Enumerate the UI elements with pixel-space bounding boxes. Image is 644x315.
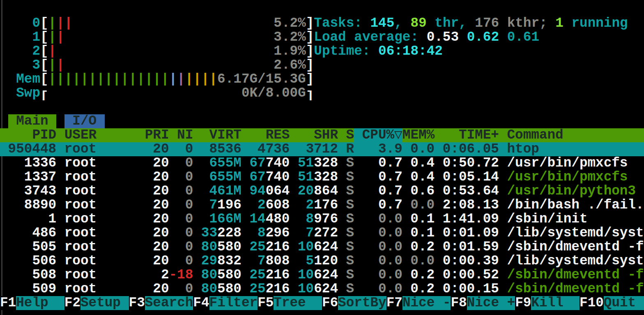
- process-row-509[interactable]: 509 root200805802521610624S0.00.20:00.15…: [0, 282, 644, 296]
- time-cell: 0:00.52: [435, 268, 499, 282]
- gap: [499, 198, 507, 212]
- virt-cell: 33228: [193, 226, 242, 240]
- virt-cell: 80580: [193, 268, 242, 282]
- fn-label-help[interactable]: Help: [16, 296, 64, 310]
- process-row-1[interactable]: 1 root200166M144808976S0.00.11:41.09 /sb…: [0, 212, 644, 226]
- meter-bar-g: |: [97, 72, 105, 86]
- fn-key-f3[interactable]: F3: [129, 296, 145, 310]
- column-header-command[interactable]: Command: [507, 128, 564, 142]
- gap: [56, 254, 64, 268]
- nice-cell: 0: [169, 198, 193, 212]
- virt-high-part: 655M: [209, 156, 241, 170]
- shr-cell: 7272: [290, 226, 338, 240]
- process-row-8890[interactable]: 8890 root200719626082176S0.70.02:08.13 /…: [0, 198, 644, 212]
- mem-percent-cell: 0.2: [402, 240, 435, 254]
- meter-label: 0: [0, 16, 40, 30]
- column-header-user[interactable]: USER: [64, 128, 137, 142]
- fn-key-f4[interactable]: F4: [193, 296, 209, 310]
- column-header-time[interactable]: TIME+: [435, 128, 499, 142]
- command-cell: /usr/bin/python3 /u: [507, 184, 644, 198]
- column-header-pri[interactable]: PRI: [137, 128, 169, 142]
- tasks-summary-segment: 1: [555, 16, 564, 30]
- fn-label-nice-plus[interactable]: Nice +: [467, 296, 515, 310]
- meter-label: 2: [0, 44, 40, 58]
- gap: [499, 142, 507, 156]
- column-header-state[interactable]: S: [338, 128, 354, 142]
- shr-high-part: 10: [298, 282, 314, 296]
- fn-key-f1[interactable]: F1: [0, 296, 16, 310]
- tasks-summary-segment: 145: [370, 16, 394, 30]
- nice-cell: 0: [169, 170, 193, 184]
- virt-cell: 8536: [193, 142, 242, 156]
- meter-value: 0K/8.00G: [242, 86, 306, 100]
- virt-cell: 655M: [193, 170, 242, 184]
- fn-label-tree[interactable]: Tree: [274, 296, 322, 310]
- time-cell: 0:01.59: [435, 240, 499, 254]
- shr-cell: 10624: [290, 282, 338, 296]
- mem-percent-cell: 0.1: [402, 226, 435, 240]
- cpu-1-meter-line: 1[||3.2%]Load average: 0.53 0.62 0.61: [0, 30, 644, 44]
- column-header-cpu-sorted[interactable]: CPU%▽: [354, 128, 402, 142]
- meter-bar-g: |: [48, 16, 57, 30]
- meter-bar-g: |: [56, 72, 64, 86]
- gap: [56, 198, 64, 212]
- fn-key-f2[interactable]: F2: [64, 296, 80, 310]
- process-row-3743[interactable]: 3743 root200461M9406420864S0.70.60:53.64…: [0, 184, 644, 198]
- user-cell: root: [64, 198, 137, 212]
- virt-low-part: 228: [217, 226, 242, 240]
- user-cell: root: [64, 226, 137, 240]
- virt-high-part: 80: [201, 240, 217, 254]
- tasks-summary: Tasks: 145, 89 thr, 176 kthr; 1 running: [314, 16, 628, 30]
- process-row-506[interactable]: 506 root2002983278085120S0.00.00:00.39 /…: [0, 254, 644, 268]
- virt-low-part: 832: [217, 254, 242, 268]
- fn-label-kill[interactable]: Kill: [531, 296, 580, 310]
- tab-main[interactable]: Main: [8, 114, 57, 128]
- fn-key-f8[interactable]: F8: [451, 296, 467, 310]
- column-header-pid[interactable]: PID: [0, 128, 56, 142]
- process-row-950448[interactable]: 950448 root200853647363712R3.90.00:06.05…: [0, 142, 644, 156]
- column-header-mem[interactable]: MEM%: [402, 128, 435, 142]
- tasks-summary-segment: 176 kthr: [475, 16, 539, 30]
- virt-cell: 29832: [193, 254, 242, 268]
- process-row-486[interactable]: 486 root2003322882967272S0.00.10:01.09 /…: [0, 226, 644, 240]
- gap: [499, 254, 507, 268]
- meter-bar-g: |: [64, 72, 73, 86]
- process-row-508[interactable]: 508 root2-18805802521610624S0.00.20:00.5…: [0, 268, 644, 282]
- process-row-505[interactable]: 505 root200805802521610624S0.00.20:01.59…: [0, 240, 644, 254]
- user-cell: root: [64, 268, 137, 282]
- shr-low-part: 624: [314, 268, 338, 282]
- fn-label-setup[interactable]: Setup: [80, 296, 129, 310]
- pid-cell: 509: [0, 282, 56, 296]
- process-row-1337[interactable]: 1337 root200655M6774051328S0.70.40:05.14…: [0, 170, 644, 184]
- meter-bar-y: |: [201, 72, 209, 86]
- process-row-1336[interactable]: 1336 root200655M6774051328S0.70.40:50.72…: [0, 156, 644, 170]
- virt-cell: 80580: [193, 282, 242, 296]
- fn-label-nice-minus[interactable]: Nice -: [402, 296, 451, 310]
- res-cell: 7808: [242, 254, 290, 268]
- fn-key-f10[interactable]: F10: [580, 296, 604, 310]
- fn-label-search[interactable]: Search: [145, 296, 193, 310]
- column-header-res[interactable]: RES: [242, 128, 290, 142]
- gap: [56, 240, 64, 254]
- command-cell: htop: [507, 142, 539, 156]
- fn-label-sortby[interactable]: SortBy: [338, 296, 386, 310]
- fn-key-f9[interactable]: F9: [515, 296, 531, 310]
- pid-cell: 1: [0, 212, 56, 226]
- fn-key-f7[interactable]: F7: [386, 296, 402, 310]
- meter-bar-r: |: [48, 44, 57, 58]
- state-cell: S: [338, 170, 354, 184]
- tab-io[interactable]: I/O: [64, 114, 105, 128]
- fn-key-f6[interactable]: F6: [322, 296, 338, 310]
- gap: [56, 156, 64, 170]
- fn-label-filter[interactable]: Filter: [209, 296, 258, 310]
- column-header-shr[interactable]: SHR: [290, 128, 338, 142]
- command-cell: /usr/bin/pmxcfs: [507, 170, 628, 184]
- column-header-virt[interactable]: VIRT: [193, 128, 242, 142]
- fn-key-f5[interactable]: F5: [258, 296, 274, 310]
- command-cell: /sbin/init: [507, 212, 588, 226]
- meter-bar-g: |: [153, 72, 161, 86]
- res-high-part: 25: [249, 240, 265, 254]
- fn-label-quit[interactable]: Quit: [604, 296, 644, 310]
- column-header-ni[interactable]: NI: [169, 128, 193, 142]
- res-cell: 67740: [242, 156, 290, 170]
